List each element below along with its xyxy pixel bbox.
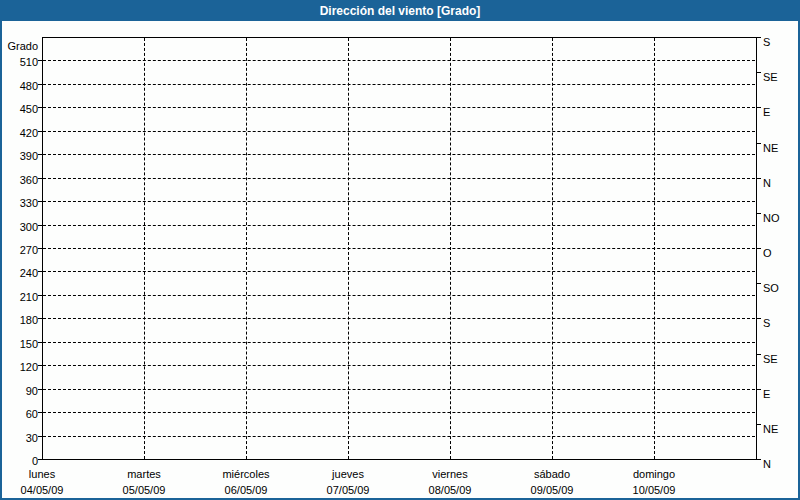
y-axis-tick: [38, 342, 42, 343]
y-axis-tick-label: 330: [6, 197, 38, 209]
y-axis-tick-label: 120: [6, 361, 38, 373]
day-date-label: 04/05/09: [21, 484, 64, 496]
h-gridline: [43, 107, 755, 108]
h-gridline: [43, 389, 755, 390]
day-name-label: lunes: [29, 468, 55, 480]
y-axis-tick: [38, 271, 42, 272]
y-axis-tick-label: 150: [6, 338, 38, 350]
h-gridline: [43, 365, 755, 366]
y-axis-tick: [38, 178, 42, 179]
y-axis-tick-label: 390: [6, 150, 38, 162]
compass-axis-tick: [757, 37, 761, 38]
v-gridline: [348, 38, 349, 459]
y-axis-tick: [38, 436, 42, 437]
h-gridline: [43, 436, 755, 437]
y-axis-tick: [38, 412, 42, 413]
v-gridline: [246, 38, 247, 459]
compass-axis-tick: [757, 248, 761, 249]
day-name-label: viernes: [432, 468, 467, 480]
day-date-label: 05/05/09: [123, 484, 166, 496]
compass-axis-tick: [757, 424, 761, 425]
day-date-label: 09/05/09: [531, 484, 574, 496]
y-axis-tick-label: 510: [6, 56, 38, 68]
y-axis-title: Grado: [2, 40, 38, 52]
plot-stage: Grado 0306090120150180210240270300330360…: [0, 0, 800, 500]
compass-axis-tick: [757, 459, 761, 460]
compass-axis-tick: [757, 107, 761, 108]
day-date-label: 07/05/09: [327, 484, 370, 496]
y-axis-tick-label: 300: [6, 221, 38, 233]
compass-axis-label: E: [763, 388, 770, 400]
y-axis-tick-label: 240: [6, 267, 38, 279]
y-axis-tick: [38, 248, 42, 249]
y-axis-tick: [38, 60, 42, 61]
y-axis-tick-label: 180: [6, 314, 38, 326]
y-axis-tick-label: 210: [6, 291, 38, 303]
y-axis-tick: [38, 225, 42, 226]
h-gridline: [43, 412, 755, 413]
compass-axis-label: NE: [763, 423, 778, 435]
day-date-label: 08/05/09: [429, 484, 472, 496]
h-gridline: [43, 342, 755, 343]
compass-axis-label: N: [763, 458, 771, 470]
h-gridline: [43, 225, 755, 226]
compass-axis-label: S: [763, 36, 770, 48]
h-gridline: [43, 178, 755, 179]
day-date-label: 10/05/09: [633, 484, 676, 496]
y-axis-tick: [38, 365, 42, 366]
compass-axis-label: SE: [763, 353, 778, 365]
compass-axis-label: NO: [763, 212, 780, 224]
v-gridline: [144, 38, 145, 459]
h-gridline: [43, 84, 755, 85]
compass-axis-label: O: [763, 247, 772, 259]
y-axis-tick: [38, 107, 42, 108]
day-name-label: jueves: [332, 468, 364, 480]
y-axis-tick: [38, 201, 42, 202]
h-gridline: [43, 131, 755, 132]
y-axis-tick-label: 360: [6, 174, 38, 186]
h-gridline: [43, 201, 755, 202]
day-name-label: martes: [127, 468, 161, 480]
y-axis-tick-label: 0: [6, 455, 38, 467]
day-date-label: 06/05/09: [225, 484, 268, 496]
y-axis-tick: [38, 318, 42, 319]
compass-axis-tick: [757, 178, 761, 179]
compass-axis-tick: [757, 143, 761, 144]
v-gridline: [450, 38, 451, 459]
y-axis-tick-label: 30: [6, 432, 38, 444]
compass-axis-label: NE: [763, 142, 778, 154]
y-axis-tick-label: 480: [6, 80, 38, 92]
y-axis-tick: [38, 295, 42, 296]
compass-axis-tick: [757, 389, 761, 390]
day-name-label: miércoles: [222, 468, 269, 480]
day-name-label: domingo: [633, 468, 675, 480]
y-axis-tick: [38, 459, 42, 460]
compass-axis-tick: [757, 354, 761, 355]
y-axis-tick-label: 90: [6, 385, 38, 397]
compass-axis-tick: [757, 72, 761, 73]
h-gridline: [43, 248, 755, 249]
h-gridline: [43, 60, 755, 61]
v-gridline: [552, 38, 553, 459]
y-axis-tick-label: 60: [6, 408, 38, 420]
compass-axis-label: S: [763, 317, 770, 329]
day-name-label: sábado: [534, 468, 570, 480]
compass-axis-label: SE: [763, 71, 778, 83]
y-axis-tick-label: 270: [6, 244, 38, 256]
compass-axis-tick: [757, 283, 761, 284]
h-gridline: [43, 295, 755, 296]
compass-axis-tick: [757, 318, 761, 319]
y-axis-tick-label: 420: [6, 127, 38, 139]
y-axis-tick-label: 450: [6, 103, 38, 115]
compass-axis-label: SO: [763, 282, 779, 294]
compass-axis-label: E: [763, 106, 770, 118]
wind-direction-chart-window: Dirección del viento [Grado] Grado 03060…: [0, 0, 800, 500]
y-axis-tick: [38, 84, 42, 85]
compass-axis-tick: [757, 213, 761, 214]
h-gridline: [43, 271, 755, 272]
y-axis-tick: [38, 154, 42, 155]
v-gridline: [654, 38, 655, 459]
y-axis-tick: [38, 131, 42, 132]
h-gridline: [43, 318, 755, 319]
y-axis-tick: [38, 389, 42, 390]
